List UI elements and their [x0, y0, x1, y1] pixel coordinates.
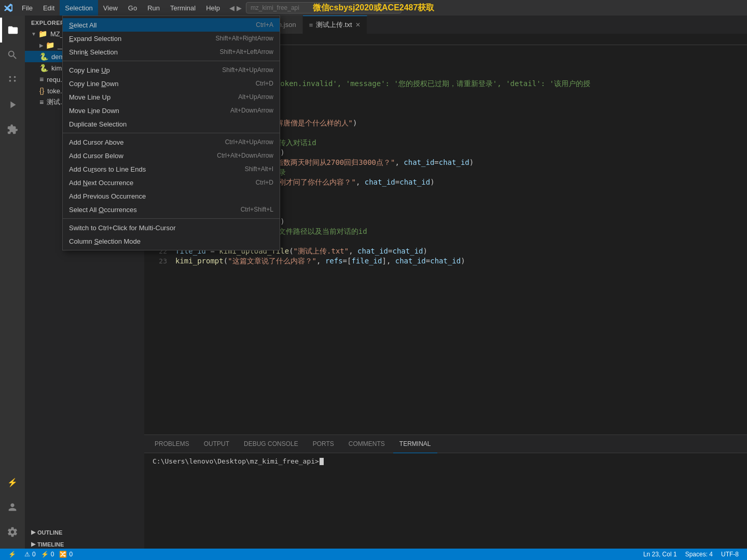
warning-count: 0	[51, 551, 54, 558]
tab-label-test-upload: 测试上传.txt	[316, 20, 352, 30]
tab-test-upload[interactable]: ≡ 测试上传.txt ✕	[303, 16, 367, 34]
explorer-activity-icon[interactable]	[0, 18, 25, 43]
watermark-text: 微信csbysj2020或ACE2487获取	[313, 3, 435, 13]
code-line	[144, 128, 747, 138]
activity-bar: ⚡	[0, 16, 25, 549]
titlebar: File Edit Selection View Go Run Terminal…	[0, 0, 747, 16]
code-line: print(answer)	[144, 197, 747, 207]
tab-icon-test-upload: ≡	[309, 21, 313, 29]
menu-edit[interactable]: Edit	[38, 0, 60, 16]
warning-icon: ⚡	[41, 551, 49, 558]
collapse-arrow-icon-py: ▶	[39, 43, 44, 48]
search-activity-icon[interactable]	[0, 43, 25, 67]
file-txt-icon-test: ≡	[39, 98, 44, 106]
status-right: Ln 23, Col 1 Spaces: 4 UTF-8	[639, 551, 743, 558]
bottom-panel: PROBLEMS OUTPUT DEBUG CONSOLE PORTS COMM…	[144, 435, 747, 549]
activity-bar-bottom: ⚡	[0, 470, 25, 549]
code-line: # 上传本地的测试文件，参数为文件路径以及当前对话的id	[144, 227, 747, 236]
remote-status-icon: ⚡	[8, 551, 16, 558]
sidebar-item-label: MZ_KIM...	[50, 30, 81, 38]
panel-tab-output[interactable]: OUTPUT	[198, 435, 236, 453]
tab-icon-requirements: ≡	[189, 21, 193, 29]
tab-icon-token: {}	[258, 21, 262, 29]
error-icon: ⚠	[24, 551, 30, 558]
outline-arrow-icon: ▶	[31, 529, 35, 536]
panel-content[interactable]: C:\Users\lenovo\Desktop\mz_kimi_free_api…	[144, 453, 747, 549]
code-line: # 这样的化可以保持历史对话记录	[144, 167, 747, 177]
file-json-icon: {}	[39, 87, 44, 95]
code-line: # 回答会作为返回值返回	[144, 187, 747, 197]
sidebar-section-timeline[interactable]: ▶ TIMELINE	[25, 537, 144, 549]
sidebar-item-label-kimi: kimi...	[51, 64, 69, 72]
timeline-arrow-icon: ▶	[31, 541, 35, 548]
file-txt-icon-requ: ≡	[39, 75, 44, 83]
extensions-activity-icon[interactable]	[0, 117, 25, 142]
file-py-icon: 🐍	[39, 52, 48, 61]
menu-run[interactable]: Run	[142, 0, 165, 16]
code-line-22: 22 file_id = kimi_upload_file("测试上传.txt"…	[144, 246, 747, 256]
code-line: # 上传成功后会返回文件id	[144, 236, 747, 246]
status-spaces[interactable]: Spaces: 4	[681, 551, 717, 558]
panel-tab-problems[interactable]: PROBLEMS	[148, 435, 196, 453]
code-line: kimi_token_refresh()	[144, 89, 747, 99]
panel-tab-comments[interactable]: COMMENTS	[342, 435, 391, 453]
back-arrow-icon[interactable]: ◀	[229, 4, 234, 12]
forward-arrow-icon[interactable]: ▶	[237, 4, 242, 12]
menu-file[interactable]: File	[17, 0, 38, 16]
terminal-cursor-icon	[320, 458, 324, 465]
code-line: kimi_prompt("你好，我想了解唐僧是个什么样的人")	[144, 118, 747, 128]
titlebar-left	[0, 4, 17, 12]
file-py-icon-kimi: 🐍	[39, 64, 48, 72]
panel-tab-terminal[interactable]: TERMINAL	[393, 435, 437, 453]
menu-terminal[interactable]: Terminal	[165, 0, 201, 16]
sidebar-item-label-py: __py	[58, 41, 72, 49]
sidebar-item-label-test: 测试...	[47, 97, 66, 107]
code-editor[interactable]: from kimi import * # 刷新kimi token # {'er…	[144, 45, 747, 435]
menu-help[interactable]: Help	[201, 0, 225, 16]
source-control-activity-icon[interactable]	[0, 67, 25, 92]
sidebar-item-test-upload[interactable]: ≡ 测试...	[25, 96, 144, 108]
sidebar-item-kimi[interactable]: 🐍 kimi...	[25, 62, 144, 74]
sidebar-item-demo[interactable]: 🐍 demo	[25, 51, 144, 62]
panel-tab-bar: PROBLEMS OUTPUT DEBUG CONSOLE PORTS COMM…	[144, 435, 747, 453]
status-position[interactable]: Ln 23, Col 1	[639, 551, 681, 558]
menu-go[interactable]: Go	[123, 0, 142, 16]
subfolder-py-icon: 📁	[46, 41, 54, 49]
run-activity-icon[interactable]	[0, 92, 25, 117]
status-errors[interactable]: ⚠ 0 ⚡ 0 🔀 0	[20, 549, 77, 560]
code-line-23: 23 kimi_prompt("这篇文章说了什么内容？", refs=[file…	[144, 256, 747, 266]
sidebar-item-toke[interactable]: {} toke...	[25, 85, 144, 96]
panel-tab-debug-console[interactable]: DEBUG CONSOLE	[238, 435, 305, 453]
error-count: 0	[32, 551, 36, 558]
sidebar-item-mz-kim[interactable]: ▼ 📁 MZ_KIM...	[25, 28, 144, 39]
status-encoding[interactable]: UTF-8	[717, 551, 743, 558]
account-activity-icon[interactable]	[0, 495, 25, 520]
settings-activity-icon[interactable]	[0, 520, 25, 544]
menu-selection[interactable]: Selection	[60, 0, 98, 16]
sidebar-section-outline[interactable]: ▶ OUTLINE	[25, 525, 144, 537]
code-line: # 刷新kimi token	[144, 69, 747, 79]
tab-demo-py[interactable]: demo.py	[144, 16, 183, 34]
info-icon: 🔀	[59, 551, 67, 558]
main-container: ⚡ EXPLORER ▼ 📁 MZ_KIM... ▶ �	[0, 16, 747, 549]
remote-activity-icon[interactable]: ⚡	[0, 470, 25, 495]
tab-token-json[interactable]: {} token.json	[252, 16, 303, 34]
tab-close-icon[interactable]: ✕	[355, 21, 361, 29]
code-line: answer = kimi_prompt("我刚才问了你什么内容？", chat…	[144, 177, 747, 187]
sidebar-header: EXPLORER	[25, 16, 144, 28]
tab-label-token: token.json	[265, 21, 296, 29]
tab-requirements[interactable]: ≡ requirements.txt	[183, 16, 252, 34]
code-line: kimi_prompt("你怎么看上证指数两天时间从2700回归3000点？",…	[144, 158, 747, 167]
vscode-logo-icon	[4, 4, 12, 12]
menu-view[interactable]: View	[98, 0, 123, 16]
folder-icon: 📁	[38, 30, 47, 38]
sidebar-item-py[interactable]: ▶ 📁 __py	[25, 39, 144, 51]
status-remote-icon[interactable]: ⚡	[4, 549, 20, 560]
code-line	[144, 99, 747, 108]
code-line: # 也可以主动创建新对话，然后传入对话id	[144, 138, 747, 148]
sidebar-item-requ[interactable]: ≡ requ...	[25, 74, 144, 85]
info-count: 0	[69, 551, 73, 558]
code-line: from kimi import *	[144, 49, 747, 59]
panel-tab-ports[interactable]: PORTS	[307, 435, 340, 453]
code-line: # 直接使用，会自动创建新对话	[144, 108, 747, 118]
